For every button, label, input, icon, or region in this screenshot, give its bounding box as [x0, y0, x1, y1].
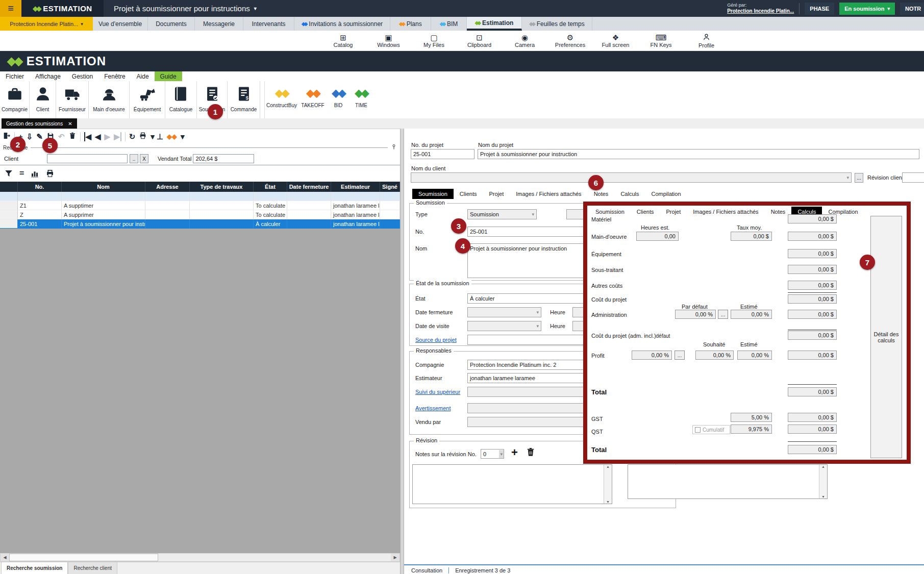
- col-estimateur[interactable]: Estimateur: [331, 182, 380, 192]
- tab-recherche-client[interactable]: Recherche client: [68, 562, 117, 574]
- tab-calculs[interactable]: Calculs: [614, 189, 645, 199]
- scroll-left-icon[interactable]: ◀: [1, 554, 9, 561]
- table-row[interactable]: Z A supprimer To calculate jonathan lara…: [0, 210, 400, 219]
- next-record-icon[interactable]: ▶: [105, 132, 111, 141]
- first-record-icon[interactable]: ◀: [84, 132, 92, 141]
- profit-estime-pct[interactable]: 0,00 %: [737, 351, 772, 360]
- col-no[interactable]: No.: [18, 182, 62, 192]
- date-fermeture-dropdown[interactable]: ▾: [467, 307, 541, 317]
- catalogue-button[interactable]: Catalogue: [165, 81, 197, 118]
- close-icon[interactable]: ✕: [68, 121, 72, 127]
- table-row-selected[interactable]: 25-001 Projet à soumissionner pour instr…: [0, 219, 400, 229]
- brand-dropdown-icon[interactable]: ▾: [181, 132, 183, 141]
- funnel-icon[interactable]: [4, 169, 13, 178]
- administration-lookup-button[interactable]: ...: [718, 310, 728, 319]
- row-selector[interactable]: [0, 210, 18, 219]
- col-nom[interactable]: Nom: [62, 182, 145, 192]
- managed-by-link[interactable]: Protection Incendie Platin...: [727, 8, 794, 14]
- print-icon[interactable]: [139, 132, 147, 142]
- nom-client-dropdown[interactable]: ▾: [411, 172, 852, 183]
- print-dropdown-icon[interactable]: ▾: [151, 132, 153, 141]
- tab-recherche-soumission[interactable]: Recherche soumission: [1, 562, 68, 574]
- hamburger-menu-icon[interactable]: ≡: [0, 0, 21, 17]
- menu-affichage[interactable]: Affichage: [30, 71, 66, 81]
- compagnie-button[interactable]: Compagnie: [0, 81, 30, 118]
- tab-plans[interactable]: ◆◆Plans: [390, 17, 431, 31]
- edit-icon[interactable]: ✎: [36, 132, 43, 141]
- administration-estime-pct[interactable]: 0,00 %: [731, 310, 772, 319]
- scrollbar[interactable]: ▲▼: [604, 465, 612, 504]
- fn-keys-button[interactable]: ⌨FN Keys: [638, 34, 684, 48]
- col-type-travaux[interactable]: Type de travaux: [190, 182, 254, 192]
- avertissement-link[interactable]: Avertissement: [415, 405, 451, 411]
- clipboard-button[interactable]: ⊡Clipboard: [457, 34, 502, 48]
- catalog-button[interactable]: ⊞Catalog: [320, 34, 366, 48]
- tab-intervenants[interactable]: Intervenants: [243, 17, 294, 31]
- source-projet-link[interactable]: Source du projet: [415, 337, 457, 343]
- tab-bim[interactable]: ◆◆BIM: [431, 17, 467, 31]
- search-panel-header[interactable]: Recherche: [0, 143, 400, 152]
- overlay-tab-projet[interactable]: Projet: [660, 207, 687, 217]
- equipement-button[interactable]: Équipement: [130, 81, 165, 118]
- tab-feuilles-de-temps[interactable]: ◆◆Feuilles de temps: [522, 17, 592, 31]
- menu-aide[interactable]: Aide: [131, 71, 155, 81]
- nom-projet-field[interactable]: Projet à soumissionner pour instruction: [478, 149, 919, 159]
- scrollbar-thumb[interactable]: [9, 554, 158, 561]
- scroll-down-icon[interactable]: ▼: [821, 495, 825, 498]
- profile-button[interactable]: Profile: [684, 33, 729, 48]
- filter-row[interactable]: [0, 192, 400, 201]
- tab-soumission[interactable]: Soumission: [412, 189, 454, 199]
- scroll-down-icon[interactable]: ▼: [606, 500, 610, 504]
- status-dropdown[interactable]: En soumission ▾: [839, 3, 895, 15]
- revision-client-field[interactable]: [902, 172, 924, 183]
- my-files-button[interactable]: ▢My Files: [411, 34, 457, 48]
- last-record-icon[interactable]: ▶: [114, 132, 121, 141]
- tab-gestion-des-soumissions[interactable]: Gestion des soumissions ✕: [2, 118, 77, 129]
- previous-record-icon[interactable]: ◀: [95, 132, 101, 141]
- panel-splitter[interactable]: [400, 129, 404, 574]
- commande-button[interactable]: $ Commande: [228, 81, 260, 118]
- suivi-superieur-link[interactable]: Suivi du supérieur: [415, 389, 460, 395]
- date-visite-dropdown[interactable]: ▾: [467, 321, 541, 331]
- bid-button[interactable]: ◆◆ BID: [327, 81, 349, 118]
- tab-projet[interactable]: Projet: [483, 189, 510, 199]
- row-selector[interactable]: [0, 219, 18, 229]
- scrollbar[interactable]: ▲▼: [819, 465, 827, 498]
- takeoff-button[interactable]: ◆◆ TAKEOFF: [298, 81, 327, 118]
- col-adresse[interactable]: Adresse: [145, 182, 190, 192]
- project-title-dropdown[interactable]: Projet à soumissionner pour instructions…: [114, 4, 257, 13]
- tab-invitations[interactable]: ◆◆Invitations à soumissionner: [294, 17, 390, 31]
- scroll-up-icon[interactable]: ▲: [606, 465, 610, 468]
- constructbuy-button[interactable]: ◆◆ ConstructBuy: [265, 81, 298, 118]
- menu-gestion[interactable]: Gestion: [66, 71, 98, 81]
- profit-defaut-pct[interactable]: 0,00 %: [632, 351, 672, 360]
- menu-guide[interactable]: Guide: [155, 71, 182, 81]
- main-doeuvre-button[interactable]: Main d'oeuvre: [89, 81, 130, 118]
- client-clear-button[interactable]: X: [140, 154, 148, 163]
- col-date-fermeture[interactable]: Date fermeture: [287, 182, 331, 192]
- col-signe[interactable]: Signé: [380, 182, 400, 192]
- table-row[interactable]: Z1 A supptimer To calculate jonathan lar…: [0, 201, 400, 210]
- menu-fichier[interactable]: Fichier: [0, 71, 30, 81]
- export-icon[interactable]: ⊥: [157, 132, 163, 141]
- revision-no-dropdown[interactable]: 0 ▾: [481, 449, 504, 459]
- import-icon[interactable]: ⇩: [27, 132, 33, 141]
- profit-lookup-button[interactable]: ...: [675, 351, 685, 360]
- printer-icon[interactable]: [45, 169, 55, 178]
- undo-icon[interactable]: ↶: [58, 132, 65, 141]
- fournisseur-button[interactable]: Fournisseur: [56, 81, 89, 118]
- secondary-notes-textarea[interactable]: ▲▼: [628, 464, 828, 499]
- menu-fenetre[interactable]: Fenêtre: [98, 71, 131, 81]
- revision-notes-textarea[interactable]: ▲▼: [412, 464, 612, 504]
- main-doeuvre-taux[interactable]: 0,00 $: [731, 232, 772, 241]
- tab-images-fichiers[interactable]: Images / Fichiers attachés: [510, 189, 587, 199]
- type-dropdown[interactable]: Soumission ▾: [467, 209, 537, 219]
- time-button[interactable]: ◆◆ TIME: [349, 81, 373, 118]
- company-tab[interactable]: Protection Incendie Platin... ▾: [0, 17, 93, 31]
- camera-button[interactable]: ◉Camera: [502, 34, 547, 48]
- checkbox-icon[interactable]: [695, 427, 701, 433]
- row-selector[interactable]: [0, 201, 18, 210]
- delete-revision-icon[interactable]: [526, 447, 536, 459]
- no-projet-field[interactable]: 25-001: [411, 149, 475, 159]
- overlay-tab-soumission[interactable]: Soumission: [589, 207, 631, 217]
